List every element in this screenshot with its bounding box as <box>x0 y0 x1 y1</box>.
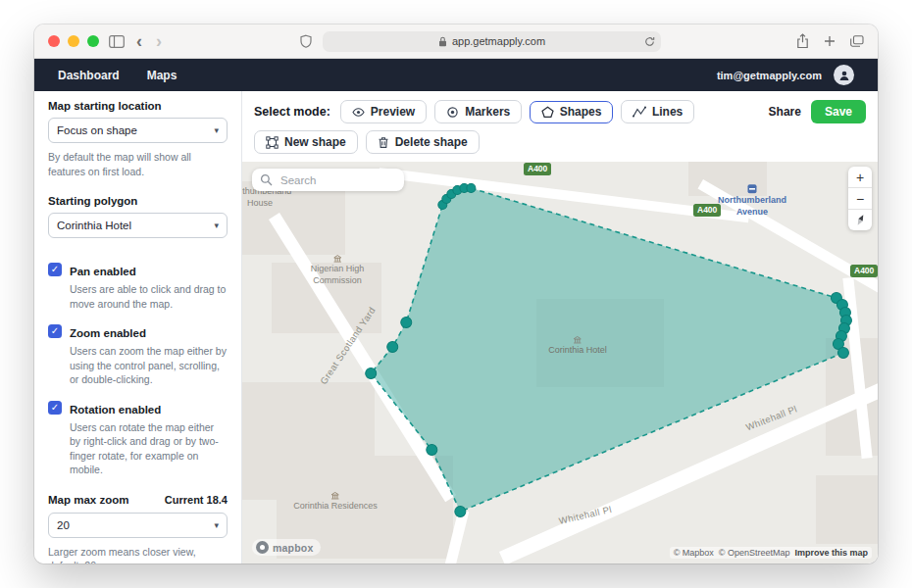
attribution-mapbox[interactable]: © Mapbox <box>674 548 714 558</box>
place-label-nigerian-high-commission: Nigerian High Commission <box>311 255 365 286</box>
building-poi-icon <box>574 336 583 344</box>
starting-polygon-label: Starting polygon <box>48 195 228 207</box>
app-navbar: Dashboard Maps tim@getmapply.com <box>34 59 878 91</box>
nav-dashboard[interactable]: Dashboard <box>58 69 120 82</box>
map-zoom-control: + − <box>848 167 872 230</box>
window-minimize-button[interactable] <box>68 35 79 47</box>
user-email: tim@getmapply.com <box>717 70 822 81</box>
building-poi-icon <box>333 255 342 263</box>
shape-vertex-handle[interactable] <box>401 318 412 328</box>
station-icon <box>747 184 757 194</box>
rotation-enabled-description: Users can rotate the map either by right… <box>70 420 228 477</box>
shape-vertex-handle[interactable] <box>467 184 476 193</box>
zoom-enabled-checkbox[interactable]: ✓ <box>48 324 62 338</box>
max-zoom-select[interactable]: 20 ▾ <box>48 513 228 538</box>
chevron-down-icon: ▾ <box>214 125 219 135</box>
trash-icon <box>378 136 389 149</box>
window-close-button[interactable] <box>48 35 60 47</box>
new-shape-label: New shape <box>284 135 346 149</box>
polyline-icon <box>633 106 646 118</box>
mode-shapes-label: Shapes <box>560 105 602 119</box>
back-button[interactable]: ‹ <box>134 32 144 50</box>
preview-eye-icon <box>352 106 365 119</box>
building-poi-icon <box>330 492 339 500</box>
compass-needle-icon <box>855 214 866 226</box>
mode-preview-label: Preview <box>371 105 415 119</box>
share-icon[interactable] <box>796 33 809 49</box>
nav-maps[interactable]: Maps <box>147 69 177 82</box>
save-button[interactable]: Save <box>811 100 866 123</box>
select-mode-label: Select mode: <box>254 105 330 119</box>
search-icon <box>260 173 273 186</box>
delete-shape-label: Delete shape <box>395 135 468 149</box>
map-canvas[interactable]: A400 A400 A400 Great Scotland Yard White… <box>242 162 878 564</box>
privacy-shield-icon[interactable] <box>299 34 313 49</box>
pan-enabled-description: Users are able to click and drag to move… <box>70 282 228 311</box>
lock-icon <box>438 36 447 47</box>
share-button[interactable]: Share <box>769 105 801 119</box>
map-search-input[interactable] <box>279 173 396 187</box>
zoom-enabled-description: Users can zoom the map either by using t… <box>70 344 228 386</box>
map-search-box[interactable] <box>252 169 404 191</box>
browser-window: ‹ › app.getmapply.com <box>34 24 878 564</box>
starting-polygon-select[interactable]: Corinthia Hotel ▾ <box>48 213 228 238</box>
attribution-osm[interactable]: © OpenStreetMap <box>719 548 790 558</box>
shape-vertex-handle[interactable] <box>455 507 466 517</box>
mapbox-logo[interactable]: mapbox <box>252 539 321 556</box>
rotation-enabled-option: ✓ Rotation enabled Users can rotate the … <box>48 400 228 477</box>
pan-enabled-label: Pan enabled <box>70 266 136 277</box>
url-text: app.getmapply.com <box>452 35 545 47</box>
pentagon-shape-icon <box>541 106 554 119</box>
user-avatar[interactable] <box>834 65 854 85</box>
forward-button[interactable]: › <box>154 32 164 50</box>
zoom-out-button[interactable]: − <box>848 188 872 210</box>
mapbox-logo-word: mapbox <box>273 542 313 554</box>
reload-icon[interactable] <box>644 36 655 47</box>
mode-shapes-button[interactable]: Shapes <box>530 101 613 123</box>
rotation-enabled-label: Rotation enabled <box>70 404 161 416</box>
window-zoom-button[interactable] <box>87 35 99 47</box>
vector-polygon-icon <box>266 136 279 149</box>
max-zoom-current: Current 18.4 <box>165 494 228 506</box>
shape-vertex-handle[interactable] <box>837 348 848 359</box>
improve-map-link[interactable]: Improve this map <box>794 548 868 558</box>
browser-titlebar: ‹ › app.getmapply.com <box>34 24 878 59</box>
place-label-corinthia-residences: Corinthia Residences <box>293 492 378 513</box>
tab-overview-icon[interactable] <box>850 35 864 47</box>
starting-location-label: Map starting location <box>48 100 228 112</box>
zoom-enabled-label: Zoom enabled <box>70 327 146 339</box>
compass-button[interactable] <box>848 210 872 230</box>
starting-location-value: Focus on shape <box>57 124 137 136</box>
mapbox-logo-icon <box>256 541 269 554</box>
pan-enabled-checkbox[interactable]: ✓ <box>48 263 62 276</box>
starting-location-help: By default the map will show all feature… <box>48 150 228 178</box>
address-bar[interactable]: app.getmapply.com <box>323 31 661 52</box>
rotation-enabled-checkbox[interactable]: ✓ <box>48 401 62 415</box>
new-shape-button[interactable]: New shape <box>254 130 358 154</box>
mode-lines-button[interactable]: Lines <box>621 100 694 123</box>
starting-location-select[interactable]: Focus on shape ▾ <box>48 118 228 143</box>
delete-shape-button[interactable]: Delete shape <box>366 130 480 154</box>
new-tab-icon[interactable] <box>824 35 836 47</box>
place-label-corinthia-hotel: Corinthia Hotel <box>548 336 607 357</box>
shape-vertex-handle[interactable] <box>427 445 437 456</box>
mode-lines-label: Lines <box>652 105 683 119</box>
zoom-in-button[interactable]: + <box>848 167 872 188</box>
map-shape-polygon[interactable] <box>371 188 846 512</box>
shape-vertex-handle[interactable] <box>387 342 398 353</box>
chevron-down-icon: ▾ <box>214 520 219 530</box>
max-zoom-label: Map max zoom <box>48 494 128 506</box>
map-toolbar: Select mode: Preview Markers Shapes <box>242 91 878 162</box>
mode-markers-button[interactable]: Markers <box>434 100 522 123</box>
shape-vertex-handle[interactable] <box>366 368 377 379</box>
sidebar-toggle-icon[interactable] <box>109 35 125 48</box>
zoom-enabled-option: ✓ Zoom enabled Users can zoom the map ei… <box>48 323 228 386</box>
max-zoom-value: 20 <box>57 519 70 531</box>
max-zoom-help: Larger zoom means closer view, default: … <box>48 545 228 564</box>
settings-sidebar: Map starting location Focus on shape ▾ B… <box>34 91 242 564</box>
marker-icon <box>446 106 459 119</box>
pan-enabled-option: ✓ Pan enabled Users are able to click an… <box>48 262 228 311</box>
mode-markers-label: Markers <box>465 105 510 119</box>
chevron-down-icon: ▾ <box>214 220 219 230</box>
mode-preview-button[interactable]: Preview <box>340 100 427 123</box>
